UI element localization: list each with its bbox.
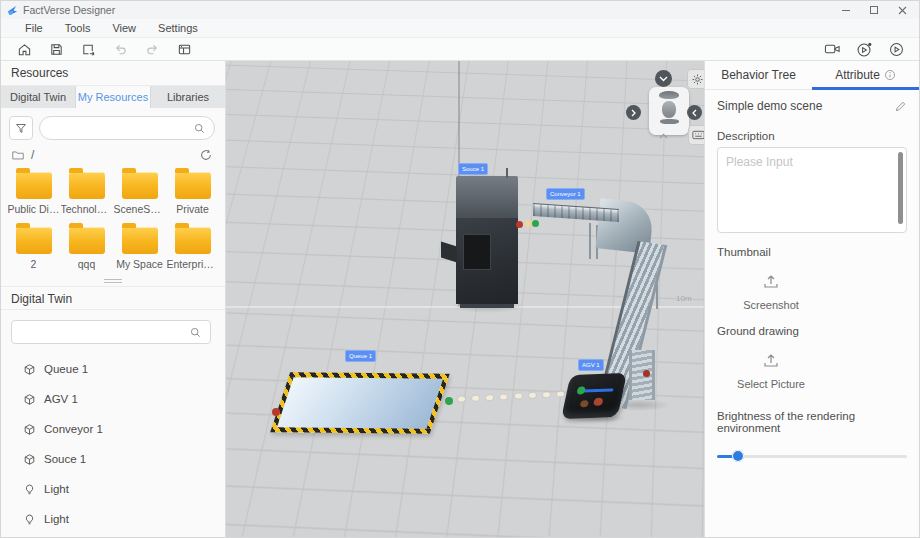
menubar: File Tools View Settings (1, 19, 919, 38)
gizmo-rotate-left-button[interactable] (626, 105, 641, 120)
bulb-icon (23, 483, 36, 496)
port-dot-red[interactable] (516, 221, 523, 228)
close-button[interactable] (889, 2, 915, 18)
resource-search-input[interactable] (48, 122, 193, 134)
brightness-track[interactable] (717, 455, 907, 458)
titlebar: FactVerse Designer (1, 1, 919, 19)
ground-drawing-label: Ground drawing (705, 315, 919, 342)
list-item-agv[interactable]: AGV 1 (23, 384, 225, 414)
select-picture-button[interactable]: Select Picture (705, 342, 837, 394)
digital-twin-search-input[interactable] (20, 326, 189, 338)
gizmo-head-cap (659, 91, 679, 99)
brightness-handle[interactable] (732, 450, 744, 462)
port-dot-green[interactable] (445, 397, 453, 405)
description-field-wrap (717, 147, 907, 236)
folder-item[interactable]: 2 (7, 227, 60, 270)
keyboard-icon (692, 130, 705, 140)
cube-icon (23, 393, 36, 406)
list-item-conveyor[interactable]: Conveyor 1 (23, 414, 225, 444)
label-badge-agv[interactable]: AGV 1 (578, 359, 604, 371)
save-button[interactable] (47, 40, 65, 58)
right-panel-tabs: Behavior Tree Attribute (705, 61, 919, 90)
tab-digital-twin[interactable]: Digital Twin (1, 86, 76, 108)
cube-icon (23, 453, 36, 466)
filter-button[interactable] (9, 116, 33, 140)
save-icon (49, 42, 64, 57)
folder-item[interactable]: Technolog… (60, 172, 113, 215)
list-item-light-2[interactable]: Light (23, 504, 225, 534)
machine-3d[interactable] (456, 176, 518, 304)
menu-tools[interactable]: Tools (55, 20, 101, 36)
folder-item[interactable]: Private (166, 172, 219, 215)
folder-item[interactable]: My Space (113, 227, 166, 270)
gizmo-down-button[interactable] (659, 133, 668, 139)
record-button[interactable] (855, 40, 873, 58)
assets-panel-button[interactable] (175, 40, 193, 58)
toolbar (1, 38, 919, 61)
gizmo-rotate-right-button[interactable] (687, 105, 702, 120)
tab-behavior-tree[interactable]: Behavior Tree (705, 61, 812, 89)
folder-icon (122, 227, 158, 254)
description-textarea[interactable] (717, 147, 907, 233)
agv-3d[interactable] (561, 373, 627, 419)
folder-item[interactable]: SceneSample (113, 172, 166, 215)
home-button[interactable] (15, 40, 33, 58)
agv-direction-line (581, 388, 614, 392)
tab-attribute[interactable]: Attribute (812, 61, 919, 89)
label-badge-conveyor[interactable]: Conveyor 1 (546, 188, 585, 200)
list-item-queue[interactable]: Queue 1 (23, 354, 225, 384)
resource-search[interactable] (39, 116, 215, 140)
save-as-icon (81, 42, 96, 57)
gizmo-up-button[interactable] (655, 70, 672, 87)
maximize-button[interactable] (861, 2, 887, 18)
panel-splitter[interactable] (1, 276, 225, 286)
menu-view[interactable]: View (102, 20, 146, 36)
scale-label: 10m (676, 294, 692, 303)
tab-libraries[interactable]: Libraries (151, 86, 225, 108)
refresh-button[interactable] (199, 148, 213, 162)
conveyor-end-3d[interactable] (629, 350, 655, 400)
brightness-slider[interactable] (717, 449, 907, 463)
view-gizmo[interactable] (649, 87, 689, 135)
label-badge-queue[interactable]: Queue 1 (345, 350, 376, 362)
minimize-button[interactable] (833, 2, 859, 18)
camera-button[interactable] (823, 40, 841, 58)
menu-file[interactable]: File (15, 20, 53, 36)
machine-feet (460, 304, 514, 308)
agv-dot-green (576, 386, 586, 394)
undo-button[interactable] (111, 40, 129, 58)
chevron-left-icon (692, 109, 697, 117)
screenshot-upload-button[interactable]: Screenshot (705, 263, 837, 315)
menu-settings[interactable]: Settings (148, 20, 208, 36)
bulb-icon (23, 513, 36, 526)
gizmo-head (662, 101, 676, 118)
shortcut-keys-button[interactable] (688, 125, 704, 145)
label-badge-source[interactable]: Souce 1 (458, 163, 488, 175)
port-dot-green[interactable] (532, 220, 539, 227)
folder-item[interactable]: qqq (60, 227, 113, 270)
folder-icon (69, 172, 105, 199)
port-dot-red[interactable] (643, 370, 650, 377)
save-as-button[interactable] (79, 40, 97, 58)
3d-viewport[interactable]: 10m Souce 1 (226, 61, 704, 537)
queue-area-3d[interactable] (270, 372, 450, 433)
record-icon (856, 41, 873, 58)
redo-button[interactable] (143, 40, 161, 58)
digital-twin-search[interactable] (11, 320, 211, 344)
app-window: FactVerse Designer File Tools View Setti… (0, 0, 920, 538)
folder-item[interactable]: Enterprise s… (166, 227, 219, 270)
play-icon (888, 41, 905, 58)
viewport-settings-button[interactable] (687, 69, 704, 89)
agv-dot-red (593, 398, 604, 406)
thumbnail-label: Thumbnail (705, 236, 919, 263)
port-dot-red[interactable] (272, 408, 280, 416)
tab-my-resources[interactable]: My Resources (76, 86, 151, 108)
textarea-scrollbar[interactable] (898, 152, 903, 224)
list-item-source[interactable]: Souce 1 (23, 444, 225, 474)
folder-icon (16, 227, 52, 254)
list-item-light-1[interactable]: Light (23, 474, 225, 504)
select-picture-label: Select Picture (737, 378, 805, 390)
edit-scene-name-button[interactable] (894, 100, 907, 113)
folder-item[interactable]: Public Dire… (7, 172, 60, 215)
play-button[interactable] (887, 40, 905, 58)
